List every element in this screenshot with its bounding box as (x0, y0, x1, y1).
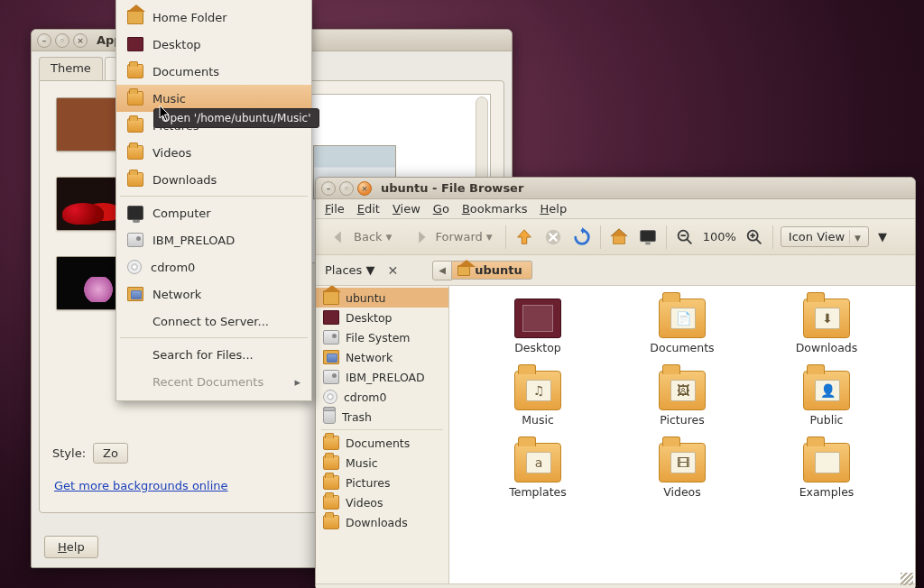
fb-location-bar: Places ▼ ✕ ◀ ubuntu (316, 255, 915, 286)
sidebar-item-label: Music (346, 456, 378, 470)
fb-close-button[interactable]: × (357, 181, 372, 196)
sidebar-item-trash[interactable]: Trash (316, 407, 448, 427)
menu-item-label: cdrom0 (151, 261, 300, 274)
sidebar-item-music[interactable]: Music (316, 453, 448, 473)
sidebar-item-cdrom0[interactable]: cdrom0 (316, 387, 448, 407)
menu-view[interactable]: View (393, 202, 420, 216)
sidebar-item-pictures[interactable]: Pictures (316, 473, 448, 492)
places-item-cdrom0[interactable]: cdrom0 (116, 253, 311, 280)
menu-bookmarks[interactable]: Bookmarks (462, 202, 528, 216)
sidebar-item-videos[interactable]: Videos (316, 492, 448, 512)
pref-minimize-button[interactable]: – (37, 33, 51, 48)
hdd-icon (323, 370, 339, 384)
toolbar-overflow[interactable]: ▼ (878, 230, 887, 243)
fb-minimize-button[interactable]: – (321, 181, 336, 196)
menu-file[interactable]: File (325, 202, 345, 216)
places-item-ibm-preload[interactable]: IBM_PRELOAD (116, 226, 311, 253)
pref-close-button[interactable]: × (73, 33, 88, 48)
computer-button[interactable] (637, 226, 659, 248)
stop-button[interactable] (542, 226, 564, 248)
more-backgrounds-link[interactable]: Get more backgrounds online (54, 479, 228, 492)
folder-videos-icon (127, 145, 143, 160)
file-label: Music (522, 413, 554, 427)
sidebar-item-label: Network (346, 351, 393, 364)
sidebar-item-label: Downloads (346, 516, 408, 529)
resize-grip[interactable] (901, 573, 913, 585)
svg-rect-2 (640, 230, 655, 241)
hdd-icon (127, 233, 143, 247)
menu-help[interactable]: Help (541, 202, 568, 216)
pref-maximize-button[interactable]: ◦ (55, 33, 69, 48)
chevron-down-icon[interactable]: ▼ (486, 233, 493, 242)
places-item-desktop[interactable]: Desktop (116, 31, 311, 58)
places-item-computer[interactable]: Computer (116, 199, 311, 226)
places-pane-toggle[interactable]: Places ▼ (325, 263, 374, 277)
places-item-recent-documents[interactable]: Recent Documents▸ (116, 368, 311, 395)
places-item-documents[interactable]: Documents (116, 58, 311, 85)
fb-titlebar[interactable]: – ◦ × ubuntu - File Browser (316, 178, 915, 199)
places-item-videos[interactable]: Videos (116, 139, 311, 166)
menu-item-label: IBM_PRELOAD (152, 234, 300, 247)
sidebar-item-desktop[interactable]: Desktop (316, 308, 448, 327)
folder-icon (323, 475, 339, 490)
reload-button[interactable] (571, 226, 593, 248)
sidebar-item-downloads[interactable]: Downloads (316, 512, 448, 532)
home-button[interactable] (608, 226, 630, 248)
home-icon (323, 290, 339, 305)
file-desktop[interactable]: Desktop (484, 299, 592, 354)
chevron-down-icon[interactable]: ▼ (386, 233, 393, 242)
fb-icon-area[interactable]: Desktop📄Documents⬇Downloads♫Music🖼Pictur… (449, 286, 915, 583)
folder-icon (323, 436, 339, 450)
file-downloads[interactable]: ⬇Downloads (772, 299, 881, 354)
zoom-out-button[interactable] (674, 226, 696, 248)
sidebar-item-label: Desktop (346, 311, 393, 325)
home-icon (127, 10, 143, 24)
file-public[interactable]: 👤Public (772, 371, 881, 427)
menu-item-label: Documents (152, 65, 300, 78)
sidebar-item-label: Documents (346, 436, 410, 450)
file-pictures[interactable]: 🖼Pictures (628, 371, 736, 427)
breadcrumb-current[interactable]: ubuntu (452, 261, 532, 280)
file-examples[interactable]: Examples (772, 443, 881, 499)
menu-item-label: Connect to Server... (152, 315, 300, 328)
sidebar-item-file-system[interactable]: File System (316, 327, 448, 347)
forward-button[interactable]: Forward ▼ (404, 225, 497, 250)
help-button[interactable]: Help (44, 536, 98, 558)
view-mode-combo[interactable]: Icon View ▼ (781, 226, 869, 247)
places-item-home-folder[interactable]: Home Folder (116, 4, 311, 31)
tab-theme[interactable]: Theme (39, 57, 103, 80)
file-templates[interactable]: aTemplates (484, 443, 592, 499)
menu-go[interactable]: Go (433, 202, 449, 216)
back-button[interactable]: Back ▼ (323, 225, 397, 250)
svg-line-8 (756, 238, 762, 243)
places-item-search-for-files-[interactable]: Search for Files... (116, 341, 311, 368)
places-item-network[interactable]: Network (116, 280, 311, 308)
file-videos[interactable]: 🎞Videos (628, 443, 736, 499)
cd-icon (127, 260, 142, 274)
file-browser-window: – ◦ × ubuntu - File Browser FileEditView… (315, 177, 916, 588)
file-music[interactable]: ♫Music (484, 371, 592, 427)
fb-maximize-button[interactable]: ◦ (339, 181, 354, 196)
desktop-icon (323, 310, 339, 325)
sidebar-item-documents[interactable]: Documents (316, 433, 448, 453)
sidebar-item-ubuntu[interactable]: ubuntu (316, 288, 448, 308)
style-label: Style: (52, 446, 86, 460)
menu-edit[interactable]: Edit (357, 202, 380, 216)
folder-downloads-icon (127, 172, 143, 187)
sidebar-item-network[interactable]: Network (316, 347, 448, 367)
places-item-downloads[interactable]: Downloads (116, 166, 311, 193)
style-combo[interactable]: Zo (93, 443, 128, 464)
places-item-connect-to-server-[interactable]: Connect to Server... (116, 308, 311, 335)
menu-item-label: Desktop (152, 38, 300, 51)
path-back-button[interactable]: ◀ (432, 261, 452, 280)
menu-item-label: Network (152, 288, 300, 301)
up-button[interactable] (513, 226, 535, 248)
close-sidebar-button[interactable]: ✕ (383, 263, 402, 278)
zoom-in-button[interactable] (744, 226, 765, 248)
file-label: Templates (509, 485, 567, 499)
file-label: Videos (663, 485, 701, 499)
fb-title: ubuntu - File Browser (381, 181, 523, 195)
sidebar-item-ibm-preload[interactable]: IBM_PRELOAD (316, 367, 448, 387)
folder-icon: 🖼 (659, 371, 706, 410)
file-documents[interactable]: 📄Documents (628, 299, 736, 354)
